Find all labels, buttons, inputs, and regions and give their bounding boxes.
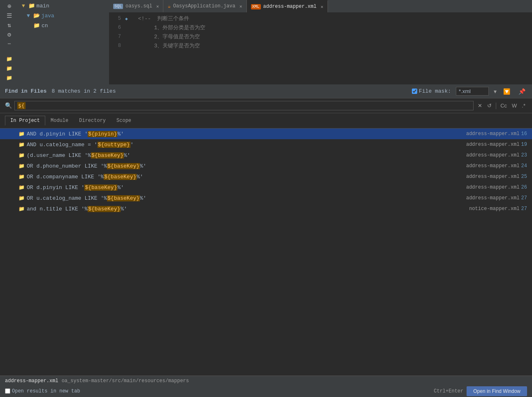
word-match-btn[interactable]: W — [510, 102, 518, 110]
undo-search-btn[interactable]: ↺ — [486, 102, 493, 110]
result-line-3: 23 — [521, 152, 527, 158]
xml-icon: XML — [251, 4, 261, 9]
result-highlight-1: ${pinyin} — [88, 131, 117, 137]
bottom-path: oa_system-master/src/main/resources/mapp… — [62, 378, 189, 384]
tab-java-label: OasysApplication.java — [173, 3, 235, 9]
result-line-1: 16 — [521, 131, 527, 137]
folder-icon-r3: 📁 — [19, 152, 25, 159]
line-num-5: 5 — [111, 16, 125, 21]
result-line-8: 27 — [521, 206, 527, 212]
left-sidebar: ⊕ ☰ ⇅ ⚙ − 📁 📁 📁 — [0, 0, 19, 84]
code-line-5: 5 ◆ <!-- 判断三个条件 — [109, 14, 532, 23]
result-file-3: address-mapper.xml — [466, 152, 520, 158]
collapse-icon[interactable]: ⇅ — [3, 21, 16, 29]
search-row: 🔍 ${ ✕ ↺ Cc W .* — [0, 98, 532, 113]
code-content-7: 2、字母值是否为空 — [132, 33, 200, 40]
tab-sql-label: oasys.sql — [125, 3, 152, 9]
filter-icon[interactable]: 🔽 — [502, 87, 512, 96]
result-file-2: address-mapper.xml — [466, 142, 520, 147]
tab-xml-close[interactable]: ✕ — [321, 4, 323, 9]
find-stats: 8 matches in 2 files — [51, 88, 116, 94]
result-file-6: address-mapper.xml — [466, 184, 520, 190]
java-icon: ☕ — [167, 3, 170, 9]
result-prefix-8: 📁 — [19, 206, 27, 212]
scope-tab-directory[interactable]: Directory — [74, 116, 111, 126]
result-text-1: AND d.pinyin LIKE '${pinyin}%' — [27, 131, 463, 137]
result-prefix-3: 📁 — [19, 152, 27, 159]
search-input-wrapper[interactable]: ${ — [14, 101, 474, 110]
sql-icon: SQL — [113, 4, 123, 9]
code-content-5: <!-- 判断三个条件 — [132, 15, 189, 22]
result-text-8: and n.title LIKE '%${baseKey}%' — [27, 206, 466, 212]
top-section: ⊕ ☰ ⇅ ⚙ − 📁 📁 📁 ▼ 📁 main ▼ 📂 java 📁 cn — [0, 0, 532, 84]
regex-btn[interactable]: .* — [520, 102, 527, 110]
tab-sql[interactable]: SQL oasys.sql ✕ — [109, 0, 163, 12]
result-row-6[interactable]: 📁 OR d.pinyin LIKE '${baseKey}%' address… — [0, 182, 532, 193]
scope-tab-project[interactable]: In Project — [5, 116, 45, 126]
code-area: 5 ◆ <!-- 判断三个条件 6 1、外部分类是否为空 7 2、字母值是否为空 — [109, 12, 532, 52]
tree-node-cn-label: cn — [42, 23, 48, 29]
tree-folder-open-icon: ▼ 📂 — [27, 12, 40, 19]
pin-icon[interactable]: 📌 — [517, 87, 527, 96]
result-line-2: 19 — [521, 142, 527, 147]
open-results-checkbox[interactable]: Open results in new tab — [5, 388, 80, 394]
file-mask-check-input[interactable] — [412, 89, 417, 94]
result-line-6: 26 — [521, 184, 527, 190]
result-prefix-4: 📁 — [19, 163, 27, 169]
find-header: Find in Files 8 matches in 2 files File … — [0, 84, 532, 98]
open-results-check-input[interactable] — [5, 388, 10, 394]
tree-node-main[interactable]: ▼ 📁 main — [19, 1, 109, 11]
tree-node-java[interactable]: ▼ 📂 java — [19, 11, 109, 21]
sort-icon[interactable]: ☰ — [3, 12, 16, 20]
tab-java[interactable]: ☕ OasysApplication.java ✕ — [163, 0, 246, 12]
search-controls: ✕ ↺ Cc W .* — [476, 102, 527, 110]
line-num-7: 7 — [111, 34, 125, 40]
code-line-6: 6 1、外部分类是否为空 — [109, 23, 532, 32]
find-title: Find in Files — [5, 88, 46, 94]
case-sensitive-btn[interactable]: Cc — [499, 102, 509, 110]
scope-tab-scope-label: Scope — [116, 118, 131, 124]
result-file-7: address-mapper.xml — [466, 195, 520, 201]
result-text-6: OR d.pinyin LIKE '${baseKey}%' — [27, 184, 463, 191]
folder-icon-2: 📁 — [3, 65, 16, 72]
file-mask-checkbox[interactable]: File mask: — [412, 88, 451, 94]
result-line-4: 24 — [521, 163, 527, 169]
results-list[interactable]: 📁 AND d.pinyin LIKE '${pinyin}%' address… — [0, 128, 532, 273]
folder-icon-r6: 📁 — [19, 184, 25, 191]
scope-tab-scope[interactable]: Scope — [111, 116, 137, 126]
tree-folder-cn-icon: 📁 — [33, 22, 40, 29]
file-mask-input[interactable] — [456, 87, 489, 96]
result-row-1[interactable]: 📁 AND d.pinyin LIKE '${pinyin}%' address… — [0, 128, 532, 139]
result-row-8[interactable]: 📁 and n.title LIKE '%${baseKey}%' notice… — [0, 203, 532, 214]
settings-icon[interactable]: ⚙ — [3, 31, 16, 39]
result-row-3[interactable]: 📁 (d.user_name LIKE '%${baseKey}%' addre… — [0, 150, 532, 161]
result-row-7[interactable]: 📁 OR u.catelog_name LIKE '%${baseKey}%' … — [0, 193, 532, 203]
open-find-window-button[interactable]: Open in Find Window — [467, 386, 527, 396]
tab-xml[interactable]: XML address-mapper.xml ✕ — [247, 0, 328, 12]
result-row-4[interactable]: 📁 OR d.phone_number LIKE '%${baseKey}%' … — [0, 161, 532, 171]
tab-sql-close[interactable]: ✕ — [156, 4, 159, 9]
folder-icon-r2: 📁 — [19, 142, 25, 148]
file-mask-dropdown[interactable]: ▾ — [494, 88, 497, 95]
result-row-empty-4 — [0, 246, 532, 257]
line-num-6: 6 — [111, 25, 125, 30]
result-row-2[interactable]: 📁 AND u.catelog_name = '${outtype}' addr… — [0, 139, 532, 150]
clear-search-btn[interactable]: ✕ — [476, 102, 484, 110]
tree-node-cn[interactable]: 📁 cn — [19, 21, 109, 30]
result-prefix-5: 📁 — [19, 174, 27, 180]
code-line-8: 8 3、关键字是否为空 — [109, 41, 532, 50]
main-content: ⊕ ☰ ⇅ ⚙ − 📁 📁 📁 ▼ 📁 main ▼ 📂 java 📁 cn — [0, 0, 532, 397]
scope-tab-project-label: In Project — [10, 118, 40, 124]
result-file-4: address-mapper.xml — [466, 163, 520, 169]
add-icon[interactable]: ⊕ — [3, 2, 16, 10]
result-row-5[interactable]: 📁 OR d.companyname LIKE '%${baseKey}%' a… — [0, 171, 532, 182]
folder-icon-r7: 📁 — [19, 195, 25, 201]
scope-tab-module[interactable]: Module — [45, 116, 74, 126]
result-prefix-2: 📁 — [19, 142, 27, 148]
scope-tabs: In Project Module Directory Scope — [0, 113, 532, 128]
file-tree-panel: ▼ 📁 main ▼ 📂 java 📁 cn — [19, 0, 109, 84]
result-highlight-7: ${baseKey} — [107, 195, 140, 201]
result-highlight-8: ${baseKey} — [88, 206, 121, 212]
minimize-icon[interactable]: − — [3, 40, 16, 48]
tab-java-close[interactable]: ✕ — [239, 4, 242, 9]
